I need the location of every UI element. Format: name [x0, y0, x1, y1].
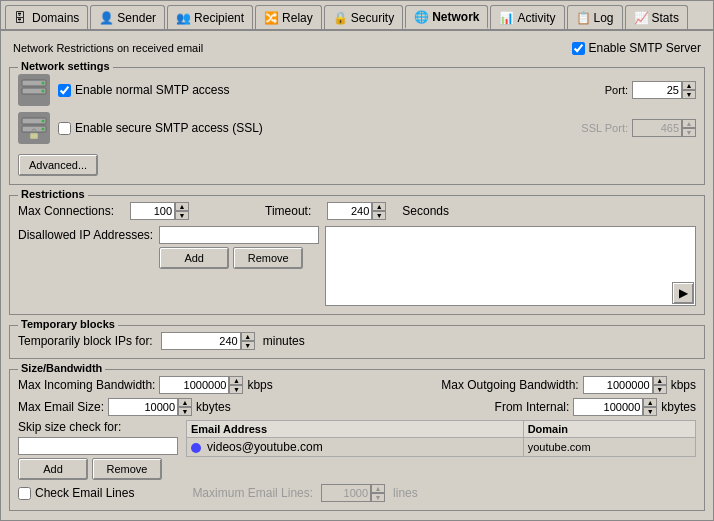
- port-up-btn[interactable]: ▲: [682, 81, 696, 90]
- internal-up[interactable]: ▲: [643, 398, 657, 407]
- advanced-button[interactable]: Advanced...: [18, 154, 98, 176]
- max-lines-down[interactable]: ▼: [371, 493, 385, 502]
- skip-remove-button[interactable]: Remove: [92, 458, 162, 480]
- stats-icon: 📈: [634, 11, 648, 25]
- arrow-icon: ▶: [679, 286, 688, 300]
- tab-bar: 🗄 Domains 👤 Sender 👥 Recipient 🔀 Relay 🔒…: [1, 1, 713, 31]
- normal-smtp-checkbox[interactable]: [58, 84, 71, 97]
- skip-label-row: Skip size check for:: [18, 420, 178, 434]
- ip-list[interactable]: [325, 226, 696, 306]
- connections-up-btn[interactable]: ▲: [175, 202, 189, 211]
- check-lines-checkbox[interactable]: [18, 487, 31, 500]
- incoming-unit: kbps: [247, 378, 272, 392]
- tab-relay[interactable]: 🔀 Relay: [255, 5, 322, 29]
- connections-down-btn[interactable]: ▼: [175, 211, 189, 220]
- block-input[interactable]: [161, 332, 241, 350]
- temp-blocks-content: Temporarily block IPs for: ▲ ▼ minutes: [18, 332, 696, 350]
- outgoing-spinner: ▲ ▼: [583, 376, 667, 394]
- email-size-unit: kbytes: [196, 400, 231, 414]
- from-internal-label: From Internal:: [495, 400, 570, 414]
- timeout-down-btn[interactable]: ▼: [372, 211, 386, 220]
- security-icon: 🔒: [333, 11, 347, 25]
- internal-input[interactable]: [573, 398, 643, 416]
- max-connections-input[interactable]: [130, 202, 175, 220]
- check-lines-label[interactable]: Check Email Lines: [18, 486, 134, 500]
- ip-remove-button[interactable]: Remove: [233, 247, 303, 269]
- email-table-body: videos@youtube.com youtube.com: [187, 438, 696, 457]
- tab-log[interactable]: 📋 Log: [567, 5, 623, 29]
- outgoing-up[interactable]: ▲: [653, 376, 667, 385]
- timeout-up-btn[interactable]: ▲: [372, 202, 386, 211]
- incoming-spinner: ▲ ▼: [159, 376, 243, 394]
- max-lines-label: Maximum Email Lines:: [192, 486, 313, 500]
- incoming-down[interactable]: ▼: [229, 385, 243, 394]
- table-row[interactable]: videos@youtube.com youtube.com: [187, 438, 696, 457]
- tab-sender[interactable]: 👤 Sender: [90, 5, 165, 29]
- internal-spinner: ▲ ▼: [573, 398, 657, 416]
- email-size-down[interactable]: ▼: [178, 407, 192, 416]
- from-internal: From Internal: ▲ ▼ kbytes: [495, 398, 696, 416]
- ip-arrow-btn[interactable]: ▶: [672, 282, 694, 304]
- size-bandwidth-group: Size/Bandwidth Max Incoming Bandwidth: ▲…: [9, 369, 705, 511]
- skip-size-input[interactable]: [18, 437, 178, 455]
- tab-network[interactable]: 🌐 Network: [405, 5, 488, 29]
- block-spinner-btns: ▲ ▼: [241, 332, 255, 350]
- incoming-up[interactable]: ▲: [229, 376, 243, 385]
- outgoing-input[interactable]: [583, 376, 653, 394]
- activity-icon: 📊: [499, 11, 513, 25]
- check-lines-row: Check Email Lines Maximum Email Lines: ▲…: [18, 484, 696, 502]
- outgoing-bw: Max Outgoing Bandwidth: ▲ ▼ kbps: [441, 376, 696, 394]
- server-icon-1: [18, 74, 50, 106]
- server-icon-2: [18, 112, 50, 144]
- advanced-row: Advanced...: [18, 154, 696, 176]
- skip-buttons: Add Remove: [18, 458, 178, 480]
- skip-add-button[interactable]: Add: [18, 458, 88, 480]
- block-up-btn[interactable]: ▲: [241, 332, 255, 341]
- port-down-btn[interactable]: ▼: [682, 90, 696, 99]
- email-size-btns: ▲ ▼: [178, 398, 192, 416]
- max-lines-up[interactable]: ▲: [371, 484, 385, 493]
- restrictions-content: Max Connections: ▲ ▼ Timeout: ▲ ▼: [18, 202, 696, 306]
- email-table-header: Email Address Domain: [187, 421, 696, 438]
- ssl-smtp-checkbox[interactable]: [58, 122, 71, 135]
- ssl-port-down-btn[interactable]: ▼: [682, 128, 696, 137]
- connections-row: Max Connections: ▲ ▼ Timeout: ▲ ▼: [18, 202, 696, 220]
- tab-activity[interactable]: 📊 Activity: [490, 5, 564, 29]
- incoming-input[interactable]: [159, 376, 229, 394]
- network-settings-content: Enable normal SMTP access Port: ▲ ▼: [18, 74, 696, 176]
- ip-list-area: ▶: [325, 226, 696, 306]
- tab-security[interactable]: 🔒 Security: [324, 5, 403, 29]
- ssl-port-spinner-btns: ▲ ▼: [682, 119, 696, 137]
- max-lines-input[interactable]: [321, 484, 371, 502]
- ssl-port-up-btn[interactable]: ▲: [682, 119, 696, 128]
- email-cell: videos@youtube.com: [187, 438, 524, 457]
- tab-domains[interactable]: 🗄 Domains: [5, 5, 88, 29]
- email-table-section: Email Address Domain videos@youtube.com: [186, 420, 696, 480]
- outgoing-down[interactable]: ▼: [653, 385, 667, 394]
- size-bandwidth-title: Size/Bandwidth: [18, 362, 105, 374]
- internal-down[interactable]: ▼: [643, 407, 657, 416]
- enable-smtp-checkbox-label[interactable]: Enable SMTP Server: [572, 41, 702, 55]
- skip-size-section: Skip size check for: Add Remove: [18, 420, 178, 480]
- ssl-smtp-checkbox-label[interactable]: Enable secure SMTP access (SSL): [58, 121, 573, 135]
- email-table: Email Address Domain videos@youtube.com: [186, 420, 696, 457]
- outgoing-unit: kbps: [671, 378, 696, 392]
- ssl-port-label: SSL Port:: [581, 122, 628, 134]
- normal-smtp-checkbox-label[interactable]: Enable normal SMTP access: [58, 83, 597, 97]
- tab-stats[interactable]: 📈 Stats: [625, 5, 688, 29]
- timeout-input[interactable]: [327, 202, 372, 220]
- block-down-btn[interactable]: ▼: [241, 341, 255, 350]
- outgoing-btns: ▲ ▼: [653, 376, 667, 394]
- email-size-input[interactable]: [108, 398, 178, 416]
- ssl-port-input[interactable]: [632, 119, 682, 137]
- tab-recipient[interactable]: 👥 Recipient: [167, 5, 253, 29]
- ip-add-button[interactable]: Add: [159, 247, 229, 269]
- disallowed-ip-label: Disallowed IP Addresses:: [18, 228, 153, 242]
- timeout-btns: ▲ ▼: [372, 202, 386, 220]
- port-input[interactable]: [632, 81, 682, 99]
- max-connections-spinner: ▲ ▼: [130, 202, 189, 220]
- internal-unit: kbytes: [661, 400, 696, 414]
- enable-smtp-checkbox[interactable]: [572, 42, 585, 55]
- email-size-up[interactable]: ▲: [178, 398, 192, 407]
- ip-input[interactable]: [159, 226, 319, 244]
